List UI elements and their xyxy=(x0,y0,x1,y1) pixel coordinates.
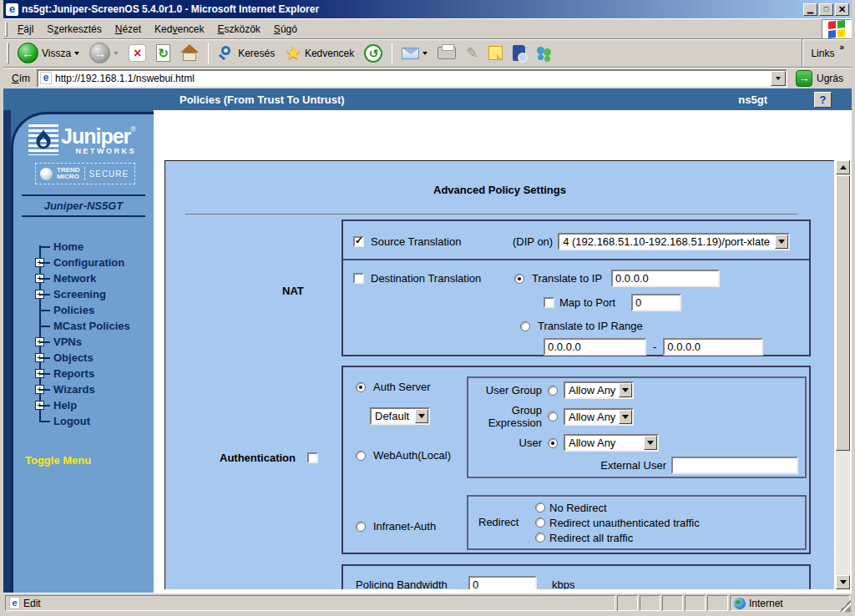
source-translation-checkbox[interactable] xyxy=(353,236,364,247)
sidebar-item-configuration[interactable]: Configuration xyxy=(13,255,154,270)
select-arrow-icon[interactable] xyxy=(619,410,632,424)
user-group-select[interactable]: Allow Any xyxy=(564,381,634,399)
user-group-label: User Group xyxy=(468,384,542,396)
chevron-icon[interactable]: » xyxy=(839,43,843,52)
go-arrow-icon: → xyxy=(796,70,812,87)
sidebar-item-wizards[interactable]: Wizards xyxy=(13,381,154,397)
toolbar-grip[interactable] xyxy=(7,43,9,64)
group-expression-radio[interactable] xyxy=(548,412,558,422)
dip-select[interactable]: 4 (192.168.51.10-192.168.51.19)/port-xla… xyxy=(558,233,790,250)
translate-ip-input[interactable] xyxy=(611,270,720,287)
authentication-checkbox[interactable] xyxy=(307,452,318,463)
go-button[interactable]: → Ugrás xyxy=(787,70,850,87)
translate-to-ip-radio[interactable] xyxy=(514,274,524,284)
user-select[interactable]: Allow Any xyxy=(564,434,659,452)
discuss-button[interactable] xyxy=(485,44,506,62)
favorites-button[interactable]: ★ Kedvencek xyxy=(281,43,357,64)
select-arrow-icon[interactable] xyxy=(775,235,788,249)
sidebar-item-home[interactable]: Home xyxy=(13,239,154,255)
toggle-menu-link[interactable]: Toggle Menu xyxy=(25,454,154,467)
print-button[interactable] xyxy=(434,45,459,61)
policing-bandwidth-input[interactable] xyxy=(468,576,537,589)
redirect-all-radio[interactable] xyxy=(535,533,545,543)
translate-to-ip-range-radio[interactable] xyxy=(520,321,530,331)
select-arrow-icon[interactable] xyxy=(619,383,632,397)
redirect-unauth-radio[interactable] xyxy=(535,518,545,528)
help-button[interactable]: ? xyxy=(814,92,832,108)
map-to-port-checkbox[interactable] xyxy=(544,297,554,308)
history-button[interactable]: ↺ xyxy=(361,43,386,64)
resize-grip[interactable] xyxy=(839,600,851,612)
sidebar-item-screening[interactable]: Screening xyxy=(13,286,154,302)
minimize-button[interactable]: ▁ xyxy=(803,3,817,16)
form-title: Advanced Policy Settings xyxy=(165,184,834,196)
search-button[interactable]: Keresés xyxy=(215,43,278,63)
no-redirect-radio[interactable] xyxy=(535,502,545,512)
sidebar-item-vpns[interactable]: VPNs xyxy=(13,334,154,350)
scroll-down-button[interactable] xyxy=(836,575,850,589)
edit-button[interactable]: ✎ xyxy=(463,43,481,63)
select-arrow-icon[interactable] xyxy=(644,436,657,450)
sidebar-left-strip xyxy=(3,110,11,593)
address-input[interactable]: e http://192.168.1.1/nswebui.html xyxy=(37,69,787,88)
back-button[interactable]: ← Vissza xyxy=(14,41,83,65)
user-group-radio[interactable] xyxy=(548,386,558,396)
sidebar-item-network[interactable]: Network xyxy=(13,270,154,286)
forward-dropdown-icon[interactable] xyxy=(114,52,119,55)
sidebar-item-mcast-policies[interactable]: MCast Policies xyxy=(13,318,154,334)
stop-button[interactable]: × xyxy=(125,43,149,63)
back-dropdown-icon[interactable] xyxy=(74,52,79,55)
infranet-auth-radio[interactable] xyxy=(356,522,366,532)
scrollbar-thumb[interactable] xyxy=(836,175,850,451)
mail-dropdown-icon[interactable] xyxy=(422,52,428,55)
scroll-up-button[interactable] xyxy=(836,160,850,174)
sidebar-item-policies[interactable]: Policies xyxy=(13,302,154,318)
sidebar-item-objects[interactable]: Objects xyxy=(13,350,154,366)
messenger-button[interactable] xyxy=(532,43,557,63)
menu-help[interactable]: Súgó xyxy=(267,21,304,38)
title-bar[interactable]: e ns5gt:Juniper-ScreenOS 5.4.0r1.0 - Mic… xyxy=(3,0,852,18)
forward-button[interactable]: → xyxy=(86,41,122,65)
sidebar-item-reports[interactable]: Reports xyxy=(13,366,154,381)
sidebar-item-help[interactable]: Help xyxy=(13,397,154,413)
menu-file[interactable]: Fájl xyxy=(11,21,40,38)
mail-button[interactable] xyxy=(398,46,431,61)
maximize-button[interactable]: □ xyxy=(819,3,833,16)
vertical-scrollbar[interactable] xyxy=(836,160,850,589)
close-button[interactable]: ✕ xyxy=(835,3,849,16)
group-expression-select[interactable]: Allow Any xyxy=(564,408,634,426)
menu-favorites[interactable]: Kedvencek xyxy=(148,21,210,38)
links-bar[interactable]: Links » xyxy=(802,39,848,68)
home-icon xyxy=(180,44,199,62)
kbps-label: kbps xyxy=(552,578,574,589)
user-radio[interactable] xyxy=(548,438,558,448)
menu-edit[interactable]: Szerkesztés xyxy=(40,21,108,38)
range-end-input[interactable] xyxy=(663,338,763,356)
auth-server-select[interactable]: Default xyxy=(370,407,430,425)
url-text[interactable]: http://192.168.1.1/nswebui.html xyxy=(55,73,195,84)
standard-toolbar: ← Vissza → × ↻ Keresés ★ Kedvencek ↺ ✎ xyxy=(3,38,852,67)
auth-server-radio[interactable] xyxy=(356,382,366,392)
address-dropdown-button[interactable] xyxy=(771,71,786,86)
menu-view[interactable]: Nézet xyxy=(109,21,148,38)
home-button[interactable] xyxy=(177,43,202,63)
destination-translation-checkbox[interactable] xyxy=(353,273,364,284)
juniper-logo: Juniper® NETWORKS xyxy=(28,124,154,155)
screenos-header: Policies (From Trust To Untrust) ns5gt ? xyxy=(3,88,852,110)
webauth-radio[interactable] xyxy=(356,451,366,461)
menu-tools[interactable]: Eszközök xyxy=(210,21,266,38)
menu-grip[interactable] xyxy=(5,22,8,37)
select-arrow-icon[interactable] xyxy=(415,409,428,423)
forward-icon: → xyxy=(89,43,110,63)
source-translation-label: Source Translation xyxy=(371,235,513,248)
redirect-unauth-label: Redirect unauthenticated traffic xyxy=(549,517,700,529)
range-start-input[interactable] xyxy=(544,338,646,356)
external-user-input[interactable] xyxy=(671,457,798,474)
research-button[interactable] xyxy=(509,43,529,63)
sidebar-item-logout[interactable]: Logout xyxy=(13,413,154,429)
links-label: Links xyxy=(811,48,834,59)
policing-group: Policing Bandwidth kbps xyxy=(341,564,811,589)
refresh-button[interactable]: ↻ xyxy=(153,43,174,63)
map-port-input[interactable] xyxy=(631,294,681,311)
policy-form: Advanced Policy Settings NAT Source Tran… xyxy=(164,160,834,589)
